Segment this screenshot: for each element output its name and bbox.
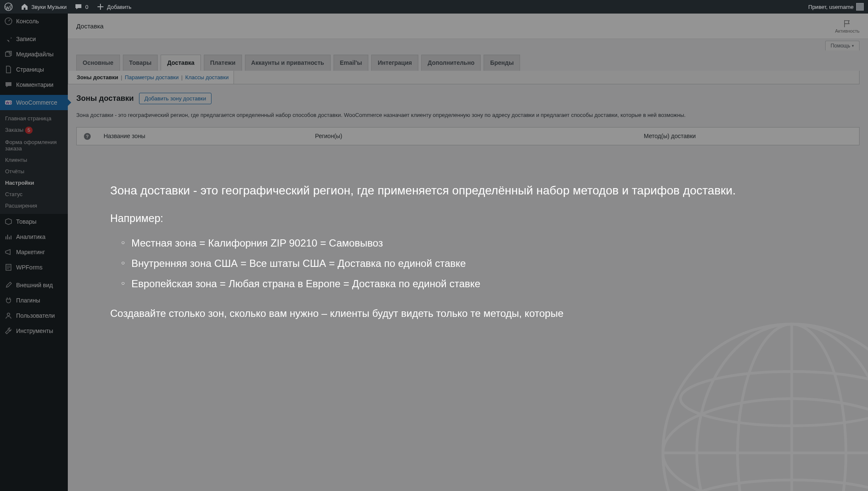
brush-icon [4, 281, 13, 289]
submenu-home[interactable]: Главная страница [0, 113, 68, 124]
site-link[interactable]: Звуки Музыки [20, 3, 67, 11]
pin-icon [4, 35, 13, 43]
callout-footer: Создавайте столько зон, сколько вам нужн… [110, 306, 834, 321]
submenu-customers[interactable]: Клиенты [0, 154, 68, 166]
tab-shipping[interactable]: Доставка [161, 55, 200, 71]
menu-products[interactable]: Товары [0, 214, 68, 229]
activity-button[interactable]: Активность [835, 19, 860, 33]
callout-ex3: Европейская зона = Любая страна в Европе… [121, 274, 834, 294]
product-icon [4, 217, 13, 226]
orders-badge: 5 [25, 127, 33, 134]
comments-count: 0 [85, 4, 88, 10]
col-methods: Метод(ы) доставки [638, 127, 860, 145]
subtab-options[interactable]: Параметры доставки [125, 74, 178, 80]
submenu-settings[interactable]: Настройки [0, 177, 68, 189]
menu-users[interactable]: Пользователи [0, 308, 68, 323]
menu-plugins[interactable]: Плагины [0, 293, 68, 308]
chart-icon [4, 233, 13, 241]
media-icon [4, 50, 13, 58]
svg-point-8 [737, 324, 846, 491]
users-icon [4, 311, 13, 320]
menu-comments[interactable]: Комментарии [0, 77, 68, 92]
section-header: Зоны доставки Добавить зону доставки [76, 93, 860, 104]
wrench-icon [4, 327, 13, 335]
comments-link[interactable]: 0 [74, 3, 88, 11]
chevron-down-icon: ▾ [852, 44, 854, 48]
woocommerce-submenu: Главная страница Заказы 5 Форма оформлен… [0, 110, 68, 214]
globe-icon [656, 317, 868, 491]
menu-analytics[interactable]: Аналитика [0, 229, 68, 244]
callout-headline: Зона доставки - это географический регио… [110, 182, 834, 200]
help-bar: Помощь ▾ [68, 39, 868, 50]
menu-wpforms[interactable]: WPForms [0, 260, 68, 275]
menu-appearance[interactable]: Внешний вид [0, 277, 68, 293]
menu-posts[interactable]: Записи [0, 31, 68, 47]
plus-icon [96, 3, 105, 11]
onboarding-callout: Зона доставки - это географический регио… [110, 182, 834, 321]
menu-dashboard[interactable]: Консоль [0, 14, 68, 29]
submenu-orders[interactable]: Заказы 5 [0, 124, 68, 136]
zones-table: ? Название зоны Регион(ы) Метод(ы) доста… [76, 127, 860, 145]
content-area: Доставка Активность Помощь ▾ Основные То… [68, 14, 868, 154]
callout-ex1: Местная зона = Калифорния ZIP 90210 = Са… [121, 233, 834, 253]
avatar [856, 3, 864, 11]
tab-emails[interactable]: Email'ы [334, 55, 369, 71]
tab-payments[interactable]: Платежи [204, 55, 242, 71]
tab-brands[interactable]: Бренды [484, 55, 520, 71]
help-icon[interactable]: ? [84, 133, 91, 140]
flag-icon [843, 19, 852, 28]
home-icon [20, 3, 29, 11]
tab-advanced[interactable]: Дополнительно [421, 55, 481, 71]
comment-icon [4, 80, 13, 89]
howdy-link[interactable]: Привет, username [808, 3, 864, 11]
svg-point-5 [7, 313, 10, 316]
submenu-checkout[interactable]: Форма оформления заказа [0, 136, 68, 154]
form-icon [4, 263, 13, 272]
tab-integration[interactable]: Интеграция [371, 55, 418, 71]
svg-point-9 [697, 324, 868, 491]
wordpress-icon [4, 3, 13, 11]
plugin-icon [4, 296, 13, 305]
svg-point-12 [681, 372, 868, 426]
callout-for-example: Например: [110, 212, 834, 225]
col-name: Название зоны [98, 127, 309, 145]
settings-tabs: Основные Товары Доставка Платежи Аккаунт… [76, 55, 860, 71]
callout-examples: Местная зона = Калифорния ZIP 90210 = Са… [121, 233, 834, 294]
tab-accounts[interactable]: Аккаунты и приватность [245, 55, 331, 71]
admin-sidebar: Консоль Записи Медиафайлы Страницы Комме… [0, 14, 68, 491]
howdy-text: Привет, username [808, 4, 854, 10]
add-new-label: Добавить [107, 4, 131, 10]
menu-woocommerce[interactable]: WooCommerce [0, 95, 68, 110]
shipping-subtabs: Зоны доставки | Параметры доставки | Кла… [68, 71, 234, 84]
megaphone-icon [4, 248, 13, 256]
new-content-link[interactable]: Добавить [96, 3, 131, 11]
subtab-zones[interactable]: Зоны доставки [77, 74, 118, 80]
tab-products[interactable]: Товары [123, 55, 158, 71]
current-marker [68, 99, 71, 106]
page-icon [4, 65, 13, 74]
page-header: Доставка Активность [68, 14, 868, 39]
tab-general[interactable]: Основные [76, 55, 120, 71]
admin-bar: Звуки Музыки 0 Добавить Привет, username [0, 0, 868, 14]
help-tab[interactable]: Помощь ▾ [825, 41, 860, 50]
menu-pages[interactable]: Страницы [0, 62, 68, 77]
subtab-classes[interactable]: Классы доставки [185, 74, 229, 80]
svg-point-7 [663, 399, 868, 491]
svg-point-6 [663, 324, 868, 491]
wp-logo[interactable] [4, 3, 13, 11]
menu-marketing[interactable]: Маркетинг [0, 244, 68, 260]
section-heading: Зоны доставки [76, 94, 134, 103]
submenu-reports[interactable]: Отчёты [0, 166, 68, 177]
comment-icon [74, 3, 83, 11]
submenu-status[interactable]: Статус [0, 189, 68, 200]
callout-ex2: Внутренняя зона США = Все штаты США = До… [121, 253, 834, 274]
add-zone-button[interactable]: Добавить зону доставки [139, 93, 212, 104]
globe-decoration [656, 317, 868, 491]
submenu-extensions[interactable]: Расширения [0, 200, 68, 211]
section-intro: Зона доставки - это географический регио… [76, 111, 860, 119]
menu-tools[interactable]: Инструменты [0, 323, 68, 338]
svg-point-13 [681, 480, 868, 491]
col-help: ? [77, 127, 98, 145]
menu-media[interactable]: Медиафайлы [0, 47, 68, 62]
page-title: Доставка [76, 22, 103, 30]
